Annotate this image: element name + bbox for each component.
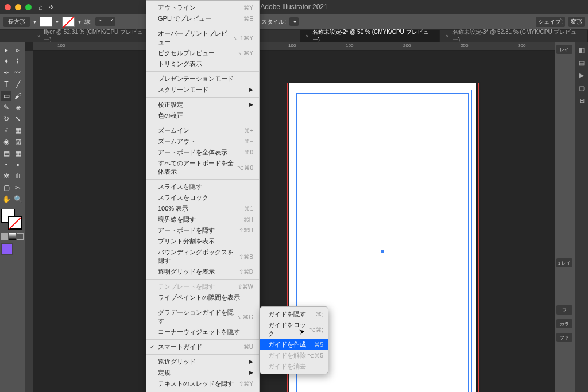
anchor-point[interactable] [381, 250, 384, 253]
menu-item[interactable]: オーバープリントプレビュー⌥⇧⌘Y [146, 28, 259, 48]
selection-tool[interactable]: ▸ [1, 45, 11, 55]
menu-item[interactable]: すべてのアートボードを全体表示⌥⌘0 [146, 158, 259, 177]
menu-item-submenu[interactable]: 定規▶ [146, 367, 259, 378]
close-button[interactable] [5, 4, 11, 10]
menu-item[interactable]: アートボードを隠す⇧⌘H [146, 225, 259, 236]
menu-item[interactable]: ズームアウト⌘− [146, 136, 259, 147]
layer-panel-tab[interactable]: レイ [556, 45, 572, 54]
submenu-item-make-guides[interactable]: ガイドを作成⌘5 [260, 339, 328, 350]
document-tab[interactable]: ×名称未設定-2* @ 50 % (CMYK/CPU プレビュー) [300, 30, 440, 42]
menu-item[interactable]: スライスを隠す [146, 181, 259, 192]
menu-item[interactable]: トリミング表示 [146, 59, 259, 69]
panel-icon[interactable]: ⊞ [578, 96, 586, 104]
eyedropper-tool[interactable]: ⁃ [1, 160, 11, 170]
shape-builder-tool[interactable]: ◉ [1, 137, 11, 147]
hand-tool[interactable]: ✋ [1, 194, 11, 204]
menu-item-submenu[interactable]: 校正設定▶ [146, 99, 259, 110]
maximize-button[interactable] [25, 4, 32, 10]
menu-item[interactable]: 100% 表示⌘1 [146, 203, 259, 214]
shape-type-dropdown[interactable]: 長方形 [3, 17, 30, 27]
menu-item[interactable]: 色の校正 [146, 110, 259, 121]
pen-tool[interactable]: ✒ [1, 68, 11, 78]
type-tool[interactable]: T [1, 79, 11, 90]
shaper-tool[interactable]: ✎ [1, 102, 11, 112]
libraries-icon[interactable]: ▤ [578, 59, 586, 67]
menu-item[interactable]: スマートガイド⌘U [146, 341, 259, 352]
collapsed-panels: レイ 1 レイ フ カラ ファ [555, 42, 575, 392]
zoom-tool[interactable]: 🔍 [13, 194, 23, 204]
menu-item[interactable]: コーナーウィジェットを隠す [146, 327, 259, 337]
layer-title[interactable]: 1 レイ [556, 258, 572, 267]
gradient-tool[interactable]: ▦ [13, 148, 23, 158]
line-tool[interactable]: ╱ [13, 79, 23, 90]
menu-item-submenu[interactable]: 遠近グリッド▶ [146, 356, 259, 367]
artboard-tool[interactable]: ▢ [1, 183, 11, 193]
menu-item-submenu[interactable]: スクリーンモード▶ [146, 84, 259, 95]
menu-item[interactable]: アートボードを全体表示⌘0 [146, 147, 259, 158]
properties-icon[interactable]: ◧ [578, 46, 586, 54]
horizontal-ruler[interactable]: 100 100 150 200 250 300 [33, 42, 555, 51]
color-mode[interactable] [1, 233, 8, 240]
home-icon[interactable]: ⌂ [38, 3, 43, 11]
menu-item[interactable]: 透明グリッドを表示⇧⌘D [146, 266, 259, 277]
close-tab-icon[interactable]: × [446, 33, 448, 39]
minimize-button[interactable] [15, 4, 21, 10]
magic-wand-tool[interactable]: ✦ [1, 56, 11, 67]
menu-item[interactable]: ライブペイントの隙間を表示 [146, 292, 259, 303]
menu-item[interactable]: テキストのスレッドを隠す⇧⌘Y [146, 378, 259, 389]
transform-button[interactable]: 変形 [568, 17, 585, 27]
document-tab[interactable]: ×flyer @ 52.31 % (CMYK/CPU プレビュー) [32, 30, 155, 42]
menu-item[interactable]: スライスをロック [146, 192, 259, 203]
free-transform-tool[interactable]: ▦ [13, 125, 23, 135]
paintbrush-tool[interactable]: 🖌 [13, 91, 23, 101]
scale-tool[interactable]: ⤡ [13, 114, 23, 124]
panel-tab[interactable]: ファ [556, 333, 572, 342]
graph-tool[interactable]: ılı [13, 171, 23, 181]
none-mode[interactable] [17, 233, 24, 240]
blend-tool[interactable]: ▪ [13, 160, 23, 170]
recent-color-swatch[interactable] [1, 243, 13, 255]
close-tab-icon[interactable]: × [37, 33, 40, 39]
panel-tab[interactable]: カラ [556, 319, 572, 328]
symbol-sprayer-tool[interactable]: ✲ [1, 171, 11, 181]
curvature-tool[interactable]: 〰 [13, 68, 23, 78]
play-icon[interactable]: ▶ [578, 71, 586, 79]
shape-button[interactable]: シェイプ: [536, 17, 565, 27]
panel-tab[interactable]: フ [556, 305, 572, 315]
document-tab[interactable]: ×名称未設定-3* @ 52.31 % (CMYK/CPU プレビュー) [440, 30, 588, 42]
slice-tool[interactable]: ✂ [13, 183, 23, 193]
menu-item[interactable]: ピクセルプレビュー⌥⌘Y [146, 48, 259, 59]
panel-icon[interactable]: ▢ [578, 84, 586, 92]
mesh-tool[interactable]: ▤ [1, 148, 11, 158]
eraser-tool[interactable]: ◈ [13, 102, 23, 112]
app-switcher-icon[interactable]: ፨ [49, 3, 53, 11]
app-title: Adobe Illustrator 2021 [260, 3, 327, 11]
direct-selection-tool[interactable]: ▹ [13, 45, 23, 55]
menu-item[interactable]: GPU でプレビュー⌘E [146, 13, 259, 24]
vertical-ruler[interactable] [25, 51, 33, 392]
rotate-tool[interactable]: ↻ [1, 114, 11, 124]
menu-item[interactable]: プリント分割を表示 [146, 236, 259, 247]
style-dropdown[interactable]: ▾ [289, 17, 299, 26]
submenu-item[interactable]: ガイドを隠す⌘; [260, 309, 328, 320]
menu-item[interactable]: プレゼンテーションモード [146, 73, 259, 84]
menu-item[interactable]: バウンディングボックスを隠す⇧⌘B [146, 247, 259, 266]
fill-swatch[interactable] [40, 17, 52, 27]
perspective-tool[interactable]: ▨ [13, 137, 23, 147]
menu-item[interactable]: 境界線を隠す⌘H [146, 214, 259, 225]
menu-item[interactable]: アウトライン⌘Y [146, 2, 259, 13]
width-tool[interactable]: ⫽ [1, 125, 11, 135]
submenu-item[interactable]: ガイドをロック⌥⌘; [260, 320, 328, 339]
stroke-swatch[interactable] [62, 17, 75, 27]
rectangle-tool[interactable]: ▭ [1, 91, 11, 101]
title-bar: ⌂ ፨ Adobe Illustrator 2021 [0, 0, 588, 14]
gradient-mode[interactable] [9, 233, 16, 240]
close-tab-icon[interactable]: × [305, 33, 308, 39]
bleed-line-right [478, 83, 479, 392]
menu-item[interactable]: グラデーションガイドを隠す⌥⌘G [146, 307, 259, 327]
lasso-tool[interactable]: ⌇ [13, 56, 23, 67]
stroke-weight-field[interactable]: ⌃ ˅ [95, 17, 115, 26]
fill-stroke-indicator[interactable] [1, 209, 22, 230]
window-controls [5, 4, 32, 10]
menu-item[interactable]: ズームイン⌘+ [146, 125, 259, 136]
